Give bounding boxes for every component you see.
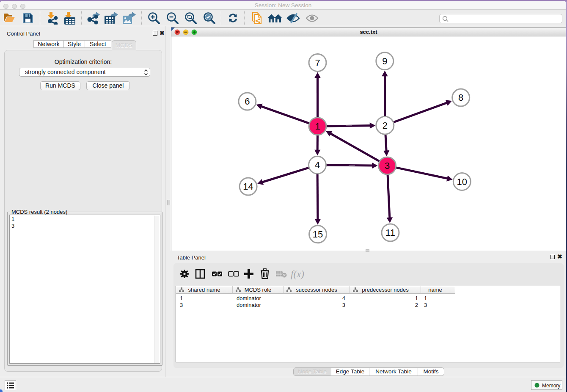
svg-text:15: 15 [313, 229, 323, 240]
svg-text:4: 4 [315, 160, 320, 170]
svg-text:2: 2 [383, 120, 388, 131]
svg-text:10: 10 [457, 177, 467, 187]
svg-text:f(x): f(x) [291, 269, 304, 279]
svg-text:14: 14 [243, 181, 253, 192]
svg-text:8: 8 [458, 92, 463, 103]
svg-text:1: 1 [315, 121, 320, 132]
svg-text:3: 3 [385, 160, 390, 171]
svg-text:11: 11 [385, 227, 395, 238]
svg-text:6: 6 [245, 96, 250, 107]
svg-text:9: 9 [382, 56, 387, 66]
svg-text:7: 7 [315, 58, 320, 68]
